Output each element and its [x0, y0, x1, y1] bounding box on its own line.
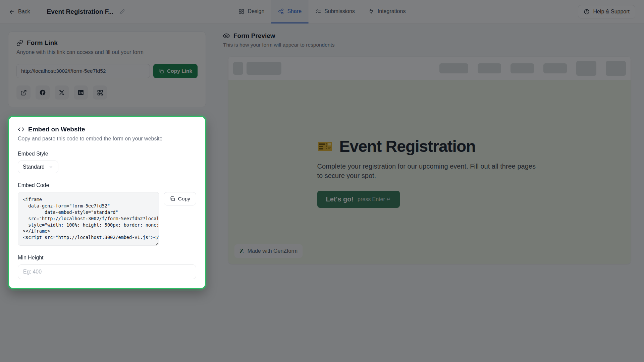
embed-style-value: Standard	[23, 164, 45, 170]
copy-icon	[170, 196, 175, 201]
code-icon	[18, 126, 24, 133]
embed-code-textarea[interactable]: <iframe data-genz-form="form-5ee7fd52" d…	[18, 192, 159, 246]
embed-style-label: Embed Style	[18, 151, 196, 157]
copy-code-button[interactable]: Copy	[164, 192, 196, 205]
embed-header: Embed on Website	[18, 126, 196, 133]
min-height-label: Min Height	[18, 255, 196, 261]
embed-style-select[interactable]: Standard	[18, 161, 58, 173]
copy-code-label: Copy	[178, 196, 190, 202]
min-height-input[interactable]	[18, 264, 196, 279]
chevron-down-icon	[49, 165, 53, 169]
embed-code-row: <iframe data-genz-form="form-5ee7fd52" d…	[18, 192, 196, 246]
embed-website-card: Embed on Website Copy and paste this cod…	[8, 116, 206, 289]
embed-code-label: Embed Code	[18, 182, 196, 188]
embed-subtitle: Copy and paste this code to embed the fo…	[18, 136, 196, 142]
embed-title: Embed on Website	[28, 126, 85, 133]
